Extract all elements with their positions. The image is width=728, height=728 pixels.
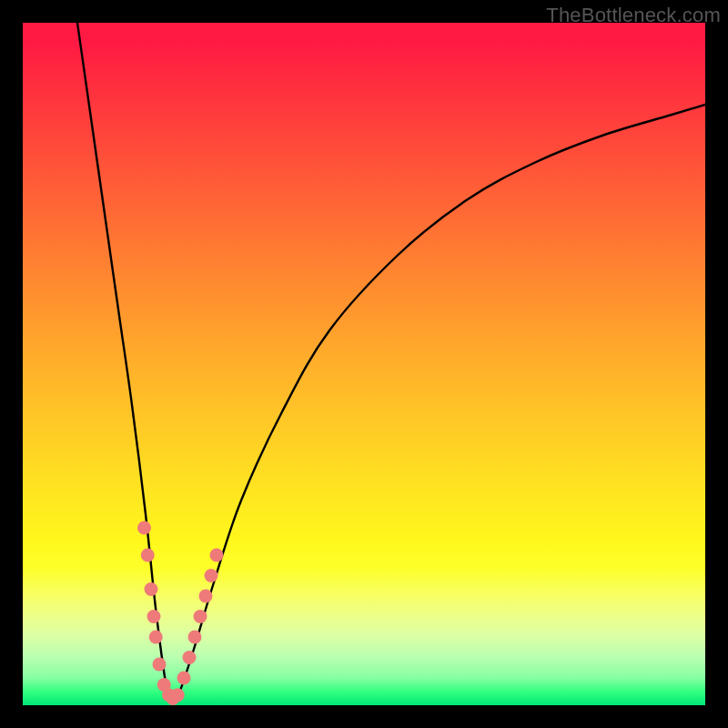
- highlight-dot: [171, 688, 185, 702]
- highlight-dot: [137, 521, 151, 535]
- highlight-dot: [194, 610, 207, 623]
- watermark-text: TheBottleneck.com: [546, 4, 721, 27]
- highlight-dot: [177, 672, 191, 685]
- highlight-dot: [145, 582, 158, 596]
- highlight-dot: [210, 549, 224, 562]
- highlight-dot: [205, 569, 218, 582]
- highlight-dot: [188, 631, 202, 644]
- chart-stage: TheBottleneck.com: [0, 0, 728, 728]
- highlight-dot: [149, 631, 163, 644]
- highlight-dot: [147, 610, 161, 623]
- highlight-dot: [183, 651, 197, 664]
- plot-area: [23, 23, 705, 705]
- curve-layer: [23, 23, 705, 705]
- highlight-dot: [141, 549, 155, 562]
- highlight-dot: [153, 658, 167, 672]
- highlight-dot: [199, 590, 213, 603]
- bottleneck-curve: [77, 23, 705, 703]
